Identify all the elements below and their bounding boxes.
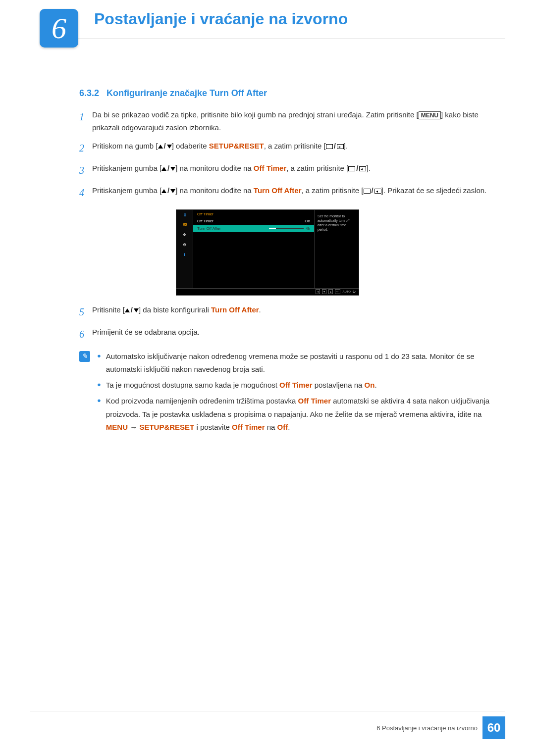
chapter-title: Postavljanje i vraćanje na izvorno [94, 10, 348, 28]
step-text: , a zatim pritisnite [ [286, 164, 348, 172]
step-text: ] odaberite [172, 142, 209, 150]
chapter-header: Postavljanje i vraćanje na izvorno [45, 0, 505, 39]
highlight-text: MENU [106, 423, 128, 431]
note-text-span: na [265, 423, 277, 431]
enter-icon-group: / [348, 162, 366, 175]
move-icon: ✥ [180, 232, 190, 239]
step-text: Da bi se prikazao vodič za tipke, pritis… [92, 110, 419, 119]
triangle-down-icon [167, 145, 172, 149]
triangle-down-icon [134, 308, 139, 312]
step-5: 5 Pritisnite [/] da biste konfigurirali … [79, 303, 500, 321]
step-1: 1 Da bi se prikazao vodič za tipke, prit… [79, 108, 500, 135]
osd-row-value: On [305, 219, 310, 223]
step-number: 4 [79, 184, 92, 202]
step-3: 3 Pritiskanjem gumba [/] na monitoru dođ… [79, 162, 500, 179]
note-item: ●Ta je mogućnost dostupna samo kada je m… [97, 379, 500, 392]
step-number: 3 [79, 162, 92, 179]
step-2: 2 Pritiskom na gumb [/] odaberite SETUP&… [79, 140, 500, 157]
note-item: ●Automatsko isključivanje nakon određeno… [97, 350, 500, 376]
triangle-up-icon [125, 308, 130, 312]
step-text: Pritiskom na gumb [ [92, 142, 158, 150]
step-number: 6 [79, 326, 92, 343]
note-text-span: Ta je mogućnost dostupna samo kada je mo… [106, 381, 279, 389]
note-text-span: . [288, 423, 290, 431]
up-down-icon: / [161, 162, 175, 175]
osd-row-label: Off Timer [197, 219, 214, 223]
step-body: Primijenit će se odabrana opcija. [92, 326, 500, 343]
osd-title: Off Timer [193, 210, 314, 217]
osd-panel: 🖥 🖼 ✥ ⚙ ℹ Off Timer Off Timer On Turn Of… [176, 209, 359, 289]
bullet-icon: ● [97, 350, 101, 376]
osd-screenshot: 🖥 🖼 ✥ ⚙ ℹ Off Timer Off Timer On Turn Of… [176, 209, 359, 296]
gear-icon: ⚙ [180, 242, 190, 249]
triangle-up-icon [161, 167, 166, 171]
info-icon: ℹ [180, 252, 190, 258]
highlight-text: Off Timer [232, 423, 265, 431]
enter-icon-group: / [326, 140, 344, 152]
bullet-icon: ● [97, 395, 101, 434]
note-text-span: Kod proizvoda namijenjenih određenim trž… [106, 397, 298, 405]
highlight-text: Off [277, 423, 288, 431]
step-list-2: 5 Pritisnite [/] da biste konfigurirali … [79, 303, 500, 343]
triangle-up-icon [161, 189, 166, 193]
note-text: Kod proizvoda namijenjenih određenim trž… [106, 395, 500, 434]
osd-nav-up-icon: ▴ [328, 289, 333, 294]
section-number: 6.3.2 [79, 88, 99, 98]
triangle-up-icon [158, 145, 163, 149]
step-text: ] da biste konfigurirali [139, 305, 211, 314]
up-down-icon: / [161, 184, 175, 197]
highlight-text: Turn Off After [211, 305, 259, 314]
note-text: Automatsko isključivanje nakon određenog… [106, 350, 500, 376]
up-down-icon: / [158, 140, 172, 152]
notes-list: ●Automatsko isključivanje nakon određeno… [97, 350, 500, 437]
section-heading: 6.3.2 Konfiguriranje značajke Turn Off A… [79, 88, 535, 99]
osd-content: Off Timer Off Timer On Turn Off After 4h [193, 210, 314, 288]
step-number: 5 [79, 303, 92, 321]
up-down-icon: / [125, 303, 139, 316]
enter-icon [337, 144, 344, 149]
chapter-number-badge: 6 [40, 9, 78, 48]
osd-power-icon: ⏻ [353, 290, 356, 293]
note-text: Ta je mogućnost dostupna samo kada je mo… [106, 379, 500, 392]
footer-divider [30, 711, 505, 711]
osd-description: Set the monitor to automatically turn of… [314, 210, 359, 288]
highlight-text: Off Timer [279, 381, 312, 389]
note-text-span: . [374, 381, 376, 389]
step-text: ]. [366, 164, 370, 172]
notes-block: ✎ ●Automatsko isključivanje nakon određe… [79, 350, 500, 437]
rect-icon [348, 166, 355, 171]
menu-key-label: MENU [419, 111, 441, 119]
step-text: Pritiskanjem gumba [ [92, 186, 161, 195]
step-6: 6 Primijenit će se odabrana opcija. [79, 326, 500, 343]
note-icon: ✎ [79, 351, 90, 362]
osd-row-off-timer: Off Timer On [193, 217, 314, 225]
note-item: ●Kod proizvoda namijenjenih određenim tr… [97, 395, 500, 434]
picture-icon: 🖼 [180, 222, 190, 229]
step-text: , a zatim pritisnite [ [264, 142, 326, 150]
osd-nav-left-icon: ◂ [316, 289, 320, 294]
note-text-span: postavljena na [312, 381, 364, 389]
highlight-text: On [365, 381, 375, 389]
step-text: . [259, 305, 261, 314]
step-list: 1 Da bi se prikazao vodič za tipke, prit… [79, 108, 500, 202]
step-body: Pritiskom na gumb [/] odaberite SETUP&RE… [92, 140, 500, 157]
enter-icon-group: / [364, 184, 381, 197]
step-4: 4 Pritiskanjem gumba [/] na monitoru dođ… [79, 184, 500, 202]
footer-chapter-ref: 6 Postavljanje i vraćanje na izvorno [376, 724, 478, 732]
step-body: Pritiskanjem gumba [/] na monitoru dođit… [92, 184, 500, 202]
osd-row-label: Turn Off After [197, 226, 221, 231]
osd-row-turn-off-after: Turn Off After 4h [193, 225, 314, 232]
step-text: ] na monitoru dođite na [175, 186, 254, 195]
step-body: Da bi se prikazao vodič za tipke, pritis… [92, 108, 500, 135]
osd-sidebar: 🖥 🖼 ✥ ⚙ ℹ [176, 210, 193, 288]
highlight-text: Turn Off After [254, 186, 302, 195]
section-title: Konfiguriranje značajke Turn Off After [107, 88, 267, 98]
step-body: Pritisnite [/] da biste konfigurirali Tu… [92, 303, 500, 321]
rect-icon [326, 144, 333, 149]
enter-icon [359, 166, 366, 171]
osd-auto-label: AUTO [342, 290, 351, 293]
highlight-text: Off Timer [298, 397, 331, 405]
step-number: 2 [79, 140, 92, 157]
step-text: , a zatim pritisnite [ [302, 186, 364, 195]
note-text-span: i postavite [194, 423, 232, 431]
